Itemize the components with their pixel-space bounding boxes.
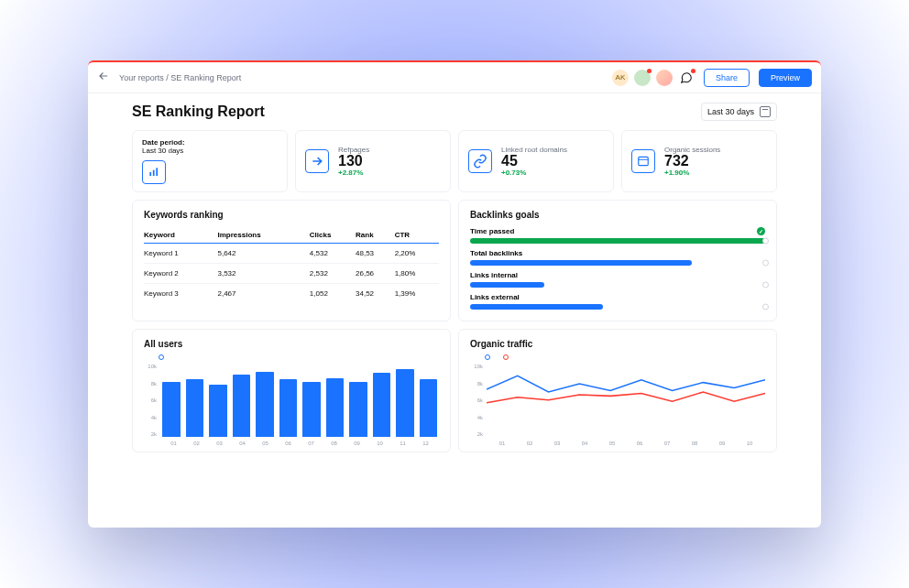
panel-title: Keywords ranking — [144, 210, 439, 220]
notification-dot-icon — [691, 69, 695, 73]
goal-label: Links external — [470, 293, 765, 301]
cell: Keyword 3 — [144, 284, 217, 304]
cell: 2,20% — [395, 244, 439, 264]
date-period-value: Last 30 days — [142, 147, 278, 155]
page-title: SE Ranking Report — [132, 103, 265, 120]
metric-card-organic: Organic sessions 732 +1.90% — [621, 130, 777, 192]
col-keyword: Keyword — [144, 227, 217, 244]
cell: 4,532 — [310, 244, 356, 264]
table-row: Keyword 23,5322,53226,561,80% — [144, 264, 439, 284]
svg-rect-0 — [149, 172, 151, 176]
legend-dot-icon — [159, 354, 164, 360]
avatars: AK — [612, 70, 695, 86]
date-range-selector[interactable]: Last 30 days — [701, 103, 777, 121]
bar-chart-icon — [142, 160, 166, 184]
chart-bar — [420, 379, 438, 437]
progress-track — [470, 260, 765, 266]
avatar[interactable]: AK — [612, 70, 629, 86]
metric-delta: +1.90% — [664, 169, 720, 177]
goal-row: Links external — [470, 293, 765, 310]
goal-row: Time passed✓ — [470, 227, 765, 244]
progress-fill — [470, 304, 603, 310]
metric-delta: +2.87% — [338, 169, 369, 177]
legend-dot-icon — [503, 354, 509, 360]
keywords-table: Keyword Impressions Clicks Rank CTR Keyw… — [144, 227, 439, 303]
avatar[interactable] — [656, 70, 673, 86]
chart-line — [487, 376, 765, 392]
metric-value: 732 — [664, 154, 720, 169]
svg-rect-2 — [156, 168, 158, 176]
legend-dot-icon — [485, 354, 490, 360]
chart-bar — [326, 378, 345, 437]
chart-legend — [159, 354, 439, 360]
goal-label: Total backlinks — [470, 249, 765, 257]
metric-value: 130 — [338, 154, 369, 169]
progress-track — [470, 282, 765, 288]
notification-dot-icon — [647, 69, 652, 73]
check-icon: ✓ — [757, 227, 765, 235]
cell: 2,532 — [310, 264, 356, 284]
chat-icon[interactable] — [678, 70, 695, 86]
organic-traffic-panel: Organic traffic 10k8k6k4k2k 010203040506… — [458, 329, 777, 452]
goal-row: Total backlinks — [470, 249, 765, 266]
col-rank: Rank — [356, 227, 395, 244]
cell: 26,56 — [356, 264, 395, 284]
date-range-label: Last 30 days — [707, 107, 754, 116]
metric-value: 45 — [501, 154, 567, 169]
col-impressions: Impressions — [217, 227, 309, 244]
goal-label: Time passed✓ — [470, 227, 765, 235]
topbar: Your reports / SE Ranking Report AK Shar… — [88, 62, 821, 93]
preview-button[interactable]: Preview — [759, 69, 812, 87]
chart-bar — [349, 382, 367, 437]
cell: 5,642 — [217, 244, 309, 264]
metric-card-refpages: Refpages 130 +2.87% — [295, 130, 451, 192]
chart-bar — [233, 375, 251, 437]
keywords-ranking-panel: Keywords ranking Keyword Impressions Cli… — [132, 200, 451, 321]
cell: 48,53 — [356, 244, 395, 264]
goal-label: Links internal — [470, 271, 765, 279]
table-row: Keyword 15,6424,53248,532,20% — [144, 244, 439, 264]
progress-track — [470, 238, 765, 244]
report-window: Your reports / SE Ranking Report AK Shar… — [88, 60, 821, 528]
panel-title: All users — [144, 339, 439, 349]
cell: 3,532 — [217, 264, 309, 284]
progress-fill — [470, 282, 544, 288]
content: SE Ranking Report Last 30 days Date peri… — [88, 93, 821, 528]
progress-track — [470, 304, 765, 310]
chart-bar — [162, 382, 181, 437]
col-ctr: CTR — [395, 227, 439, 244]
back-button[interactable] — [97, 70, 110, 86]
avatar[interactable] — [634, 70, 651, 86]
calendar-icon — [760, 106, 771, 117]
cell: Keyword 2 — [144, 264, 217, 284]
chart-bar — [256, 372, 274, 437]
date-period-label: Date period: — [142, 138, 278, 147]
panel-title: Organic traffic — [470, 339, 765, 349]
arrow-right-icon — [305, 149, 329, 173]
chart-line — [487, 392, 765, 403]
share-button[interactable]: Share — [704, 69, 750, 87]
svg-rect-3 — [639, 157, 649, 165]
svg-rect-1 — [153, 170, 155, 176]
cell: 1,052 — [310, 284, 356, 304]
metric-delta: +0.73% — [501, 169, 567, 177]
table-row: Keyword 32,4671,05234,521,39% — [144, 284, 439, 304]
chart-legend — [485, 354, 765, 360]
chart-bar — [279, 379, 298, 437]
cell: 1,80% — [395, 264, 439, 284]
all-users-panel: All users 10k8k6k4k2k 010203040506070809… — [132, 329, 451, 452]
chart-bar — [302, 382, 321, 437]
browser-icon — [631, 149, 655, 173]
link-icon — [468, 149, 492, 173]
chart-bar — [396, 369, 414, 437]
chart-bar — [373, 373, 391, 437]
progress-fill — [470, 238, 765, 244]
backlinks-goals-panel: Backlinks goals Time passed✓Total backli… — [458, 200, 777, 321]
date-period-card: Date period: Last 30 days — [132, 130, 288, 192]
metric-card-linked-root: Linked root domains 45 +0.73% — [458, 130, 614, 192]
cell: 2,467 — [217, 284, 309, 304]
breadcrumb[interactable]: Your reports / SE Ranking Report — [119, 73, 603, 82]
cell: 1,39% — [395, 284, 439, 304]
panel-title: Backlinks goals — [470, 210, 765, 220]
chart-bar — [209, 385, 227, 437]
